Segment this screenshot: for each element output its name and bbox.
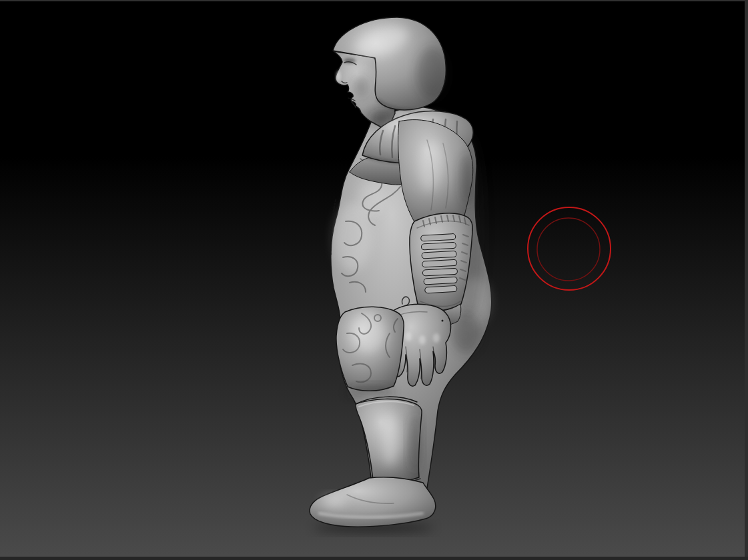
application-window	[0, 0, 748, 560]
thigh-plate-bottom-shadow	[347, 387, 394, 397]
window-top-edge	[0, 0, 748, 1]
window-bottom-edge	[0, 557, 748, 560]
shin-highlight	[382, 413, 399, 467]
toe-highlight	[322, 496, 346, 507]
knuckle-highlight	[419, 335, 426, 345]
bracer-slat	[424, 277, 457, 285]
window-right-edge	[745, 0, 748, 560]
surface-speck	[442, 320, 444, 322]
helmet-side-shadow	[416, 47, 448, 100]
knuckle-highlight	[405, 332, 412, 341]
cheek-shadow	[355, 76, 367, 97]
bracer-slat	[425, 285, 457, 293]
triceps-shadow	[460, 153, 474, 207]
model-thigh-plate[interactable]	[336, 307, 404, 397]
viewport-canvas[interactable]	[0, 0, 748, 560]
knuckle-highlight	[433, 333, 440, 343]
shin-side-shadow	[410, 413, 420, 473]
nose-highlight	[336, 71, 340, 81]
